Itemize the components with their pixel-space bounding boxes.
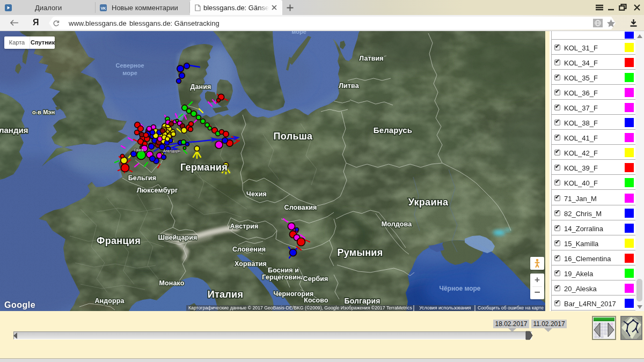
svg-text:Хорватия: Хорватия bbox=[235, 260, 267, 268]
svg-text:Сербия: Сербия bbox=[303, 275, 328, 283]
svg-text:Латвия: Латвия bbox=[359, 55, 383, 62]
svg-text:море: море bbox=[291, 31, 306, 35]
svg-text:Швейцария: Швейцария bbox=[158, 234, 197, 241]
svg-text:Франция: Франция bbox=[97, 235, 141, 246]
svg-text:Словакия: Словакия bbox=[284, 204, 317, 211]
svg-text:Польша: Польша bbox=[274, 131, 313, 142]
svg-text:Беларусь: Беларусь bbox=[374, 125, 412, 135]
svg-text:Словения: Словения bbox=[232, 246, 266, 253]
svg-text:Австрия: Австрия bbox=[230, 223, 259, 230]
svg-text:Молдова: Молдова bbox=[382, 220, 412, 228]
svg-text:Косово: Косово bbox=[304, 297, 328, 304]
svg-text:Украина: Украина bbox=[408, 197, 449, 208]
svg-text:Андорра: Андорра bbox=[94, 297, 125, 305]
svg-text:море: море bbox=[122, 70, 137, 76]
svg-text:Северное: Северное bbox=[116, 62, 144, 69]
svg-text:Германия: Германия bbox=[180, 162, 228, 173]
svg-text:Бельгия: Бельгия bbox=[128, 174, 156, 182]
svg-text:Босния и: Босния и bbox=[268, 267, 299, 274]
svg-text:ландия: ландия bbox=[0, 125, 28, 135]
svg-text:Люксембург: Люксембург bbox=[137, 187, 178, 194]
svg-text:Герцеговина: Герцеговина bbox=[262, 274, 305, 281]
svg-text:Болгария: Болгария bbox=[345, 297, 380, 305]
svg-text:Чехия: Чехия bbox=[246, 190, 267, 198]
svg-text:Италия: Италия bbox=[208, 289, 244, 300]
svg-text:Дания: Дания bbox=[191, 83, 211, 91]
svg-text:о-в Мэн: о-в Мэн bbox=[32, 109, 55, 115]
svg-text:Литва: Литва bbox=[339, 82, 359, 90]
svg-text:Монако: Монако bbox=[159, 279, 185, 287]
svg-text:Румыния: Румыния bbox=[337, 247, 383, 258]
svg-text:VK: VK bbox=[101, 6, 106, 10]
svg-text:Чёрное море: Чёрное море bbox=[439, 285, 480, 292]
